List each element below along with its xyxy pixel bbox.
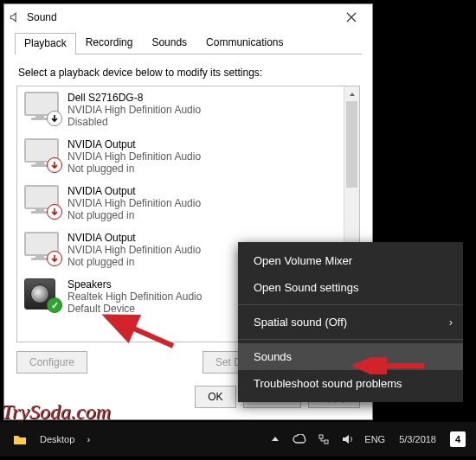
device-desc: NVIDIA High Definition Audio xyxy=(68,104,201,116)
tray-context-menu: Open Volume MixerOpen Sound settingsSpat… xyxy=(238,242,463,402)
ok-button[interactable]: OK xyxy=(195,386,235,408)
folder-icon[interactable] xyxy=(12,431,28,447)
clock[interactable]: 5/3/2018 xyxy=(399,434,436,445)
svg-rect-1 xyxy=(325,440,328,444)
tab-recording[interactable]: Recording xyxy=(76,32,143,54)
menu-item[interactable]: Open Volume Mixer xyxy=(238,247,463,274)
menu-item[interactable]: Sounds xyxy=(238,343,463,370)
device-row[interactable]: NVIDIA OutputNVIDIA High Definition Audi… xyxy=(17,180,344,227)
device-desc: NVIDIA High Definition Audio xyxy=(68,150,201,163)
menu-item[interactable]: Open Sound settings xyxy=(238,274,463,301)
device-status: Default Device xyxy=(68,303,202,315)
tab-communications[interactable]: Communications xyxy=(196,32,293,54)
toolbar-chevrons-icon[interactable]: ›› xyxy=(87,434,87,444)
unplugged-icon xyxy=(47,251,62,266)
device-desc: NVIDIA High Definition Audio xyxy=(68,197,201,209)
taskbar[interactable]: Desktop ›› ENG 5/3/2018 4 xyxy=(0,422,476,457)
device-status: Disabled xyxy=(68,116,201,128)
titlebar[interactable]: Sound xyxy=(4,4,372,30)
device-row[interactable]: NVIDIA OutputNVIDIA High Definition Audi… xyxy=(17,133,344,180)
svg-rect-0 xyxy=(319,435,323,438)
unplugged-icon xyxy=(47,204,62,220)
close-button[interactable] xyxy=(334,4,369,30)
device-status: Not plugged in xyxy=(68,209,201,221)
speaker-icon xyxy=(8,10,22,24)
tab-playback[interactable]: Playback xyxy=(15,33,76,54)
device-row[interactable]: Dell S2716DG-8NVIDIA High Definition Aud… xyxy=(17,86,344,133)
device-name: NVIDIA Output xyxy=(68,232,201,244)
cloud-icon[interactable] xyxy=(292,431,307,447)
menu-item[interactable]: Troubleshoot sound problems xyxy=(238,370,463,397)
menu-separator xyxy=(238,304,463,305)
disabled-icon xyxy=(47,111,62,126)
device-status: Not plugged in xyxy=(68,256,201,268)
tab-strip: Playback Recording Sounds Communications xyxy=(4,32,372,54)
device-name: Speakers xyxy=(68,278,202,291)
language-indicator[interactable]: ENG xyxy=(364,434,385,444)
tab-sounds[interactable]: Sounds xyxy=(142,32,196,54)
date-text: 5/3/2018 xyxy=(399,434,436,445)
scroll-up-button[interactable] xyxy=(344,86,359,101)
instruction-text: Select a playback device below to modify… xyxy=(18,67,358,79)
device-desc: Realtek High Definition Audio xyxy=(68,291,202,303)
menu-item[interactable]: Spatial sound (Off)› xyxy=(238,309,463,335)
scroll-thumb[interactable] xyxy=(346,101,357,188)
configure-button[interactable]: Configure xyxy=(16,351,87,374)
device-name: NVIDIA Output xyxy=(68,185,201,197)
desktop-label[interactable]: Desktop xyxy=(40,434,74,444)
device-desc: NVIDIA High Definition Audio xyxy=(68,244,201,256)
chevron-right-icon: › xyxy=(449,316,453,329)
menu-separator xyxy=(238,339,463,340)
device-name: Dell S2716DG-8 xyxy=(68,92,201,104)
network-icon[interactable] xyxy=(316,431,331,447)
check-icon: ✓ xyxy=(47,297,62,313)
window-title: Sound xyxy=(27,11,334,23)
notification-badge[interactable]: 4 xyxy=(450,431,466,447)
tray-overflow-icon[interactable] xyxy=(267,431,283,447)
unplugged-icon xyxy=(47,157,62,173)
device-name: NVIDIA Output xyxy=(68,138,201,150)
volume-icon[interactable] xyxy=(340,431,356,447)
device-status: Not plugged in xyxy=(68,163,201,175)
